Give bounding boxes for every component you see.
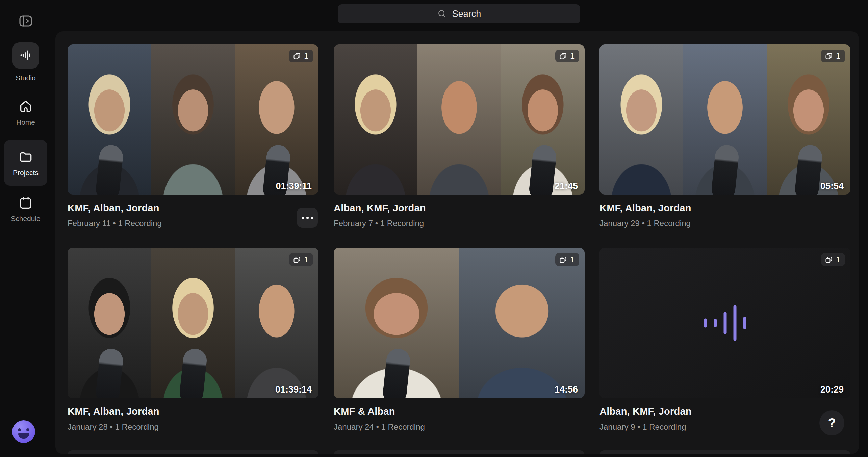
- video-tile: [334, 248, 459, 398]
- project-thumbnail[interactable]: 1 14:56: [334, 248, 585, 398]
- video-tile: [68, 248, 151, 398]
- microphone-silhouette: [382, 348, 411, 398]
- recordings-count-badge: 1: [821, 50, 845, 62]
- search-placeholder: Search: [452, 9, 481, 19]
- badge-count: 1: [304, 255, 308, 264]
- project-card[interactable]: 1 21:45 Alban, KMF, Jordan February 7 • …: [334, 44, 585, 228]
- badge-count: 1: [836, 52, 840, 61]
- badge-count: 1: [836, 255, 840, 264]
- duration-label: 01:39:11: [276, 181, 312, 191]
- microphone-silhouette: [95, 144, 124, 195]
- microphone-silhouette: [528, 144, 558, 195]
- user-avatar-smiley[interactable]: [12, 420, 35, 443]
- video-tile: [683, 44, 767, 195]
- project-card[interactable]: 1 01:39:11 KMF, Alban, Jordan February 1…: [68, 44, 318, 228]
- microphone-silhouette: [95, 348, 124, 398]
- project-thumbnail[interactable]: 1 21:45: [334, 44, 585, 195]
- folder-icon: [18, 149, 33, 165]
- duration-label: 14:56: [555, 384, 578, 395]
- smiley-mouth: [18, 433, 29, 439]
- duration-label: 20:29: [820, 384, 844, 395]
- copy-stack-icon: [559, 256, 567, 264]
- project-thumbnail[interactable]: 1 05:54: [599, 44, 850, 195]
- ellipsis-dot: [302, 217, 304, 219]
- partial-next-row-card[interactable]: [599, 450, 850, 454]
- more-options-button[interactable]: [297, 208, 318, 228]
- sidebar-item-projects[interactable]: Projects: [4, 140, 47, 186]
- studio-label: Studio: [16, 74, 36, 82]
- video-tile: [599, 44, 683, 195]
- audio-waveform-icon: [698, 303, 752, 343]
- project-title: KMF, Alban, Jordan: [68, 406, 318, 417]
- audio-only-tile: [599, 248, 850, 398]
- partial-next-row-card[interactable]: [334, 450, 585, 454]
- home-label: Home: [16, 118, 35, 126]
- project-thumbnail[interactable]: 1 01:39:11: [68, 44, 318, 195]
- video-tile: [151, 248, 235, 398]
- project-meta: January 9 • 1 Recording: [599, 422, 850, 432]
- video-tile: [459, 248, 585, 398]
- duration-label: 21:45: [555, 181, 578, 191]
- project-card[interactable]: 1 20:29 Alban, KMF, Jordan January 9 • 1…: [599, 248, 850, 432]
- projects-grid-panel: 1 01:39:11 KMF, Alban, Jordan February 1…: [55, 31, 859, 454]
- project-title: Alban, KMF, Jordan: [599, 406, 850, 417]
- project-meta: January 24 • 1 Recording: [334, 422, 585, 432]
- search-icon: [437, 9, 447, 19]
- smiley-eye: [26, 428, 29, 431]
- partial-next-row-card[interactable]: [68, 450, 318, 454]
- duration-label: 01:39:14: [275, 384, 312, 395]
- microphone-silhouette: [710, 144, 740, 195]
- video-tile: [68, 44, 151, 195]
- calendar-icon: [18, 195, 33, 211]
- recordings-count-badge: 1: [289, 253, 313, 266]
- copy-stack-icon: [825, 52, 833, 60]
- search-input[interactable]: Search: [338, 4, 580, 23]
- recordings-count-badge: 1: [555, 253, 579, 266]
- badge-count: 1: [570, 255, 575, 264]
- studio-button[interactable]: [12, 42, 39, 69]
- copy-stack-icon: [825, 256, 833, 264]
- badge-count: 1: [570, 52, 575, 61]
- project-title: Alban, KMF, Jordan: [334, 203, 585, 214]
- recordings-count-badge: 1: [821, 253, 845, 266]
- copy-stack-icon: [293, 52, 301, 60]
- project-meta: February 11 • 1 Recording: [68, 219, 318, 228]
- home-icon: [18, 99, 33, 114]
- copy-stack-icon: [559, 52, 567, 60]
- project-thumbnail[interactable]: 1 01:39:14: [68, 248, 318, 398]
- projects-label: Projects: [13, 169, 39, 177]
- project-card[interactable]: 1 01:39:14 KMF, Alban, Jordan January 28…: [68, 248, 318, 432]
- help-button[interactable]: ?: [819, 410, 844, 435]
- microphone-silhouette: [178, 348, 208, 398]
- badge-count: 1: [304, 52, 308, 61]
- ellipsis-dot: [311, 217, 313, 219]
- waveform-icon: [18, 48, 33, 63]
- sidebar-expand-icon: [18, 13, 34, 29]
- project-card[interactable]: 1 14:56 KMF & Alban January 24 • 1 Recor…: [334, 248, 585, 432]
- video-tile: [151, 44, 235, 195]
- sidebar-item-home[interactable]: Home: [0, 99, 51, 126]
- schedule-label: Schedule: [11, 215, 41, 223]
- video-tile: [235, 44, 318, 195]
- sidebar-item-studio[interactable]: Studio: [0, 42, 51, 82]
- sidebar: Studio Home Projects Schedule: [0, 0, 51, 457]
- video-tile: [767, 44, 850, 195]
- duration-label: 05:54: [820, 181, 844, 191]
- project-card[interactable]: 1 05:54 KMF, Alban, Jordan January 29 • …: [599, 44, 850, 228]
- video-tile: [334, 44, 417, 195]
- project-thumbnail[interactable]: 1 20:29: [599, 248, 850, 398]
- sidebar-item-schedule[interactable]: Schedule: [0, 195, 51, 223]
- project-title: KMF, Alban, Jordan: [599, 203, 850, 214]
- recordings-count-badge: 1: [555, 50, 579, 62]
- recordings-count-badge: 1: [289, 50, 313, 62]
- ellipsis-dot: [306, 217, 309, 219]
- video-tile: [417, 44, 501, 195]
- video-tile: [235, 248, 318, 398]
- project-meta: February 7 • 1 Recording: [334, 219, 585, 228]
- sidebar-toggle-button[interactable]: [0, 12, 51, 30]
- project-meta: January 29 • 1 Recording: [599, 219, 850, 228]
- smiley-eye: [18, 428, 21, 431]
- project-meta: January 28 • 1 Recording: [68, 422, 318, 432]
- project-title: KMF, Alban, Jordan: [68, 203, 318, 214]
- question-mark-icon: ?: [828, 416, 836, 430]
